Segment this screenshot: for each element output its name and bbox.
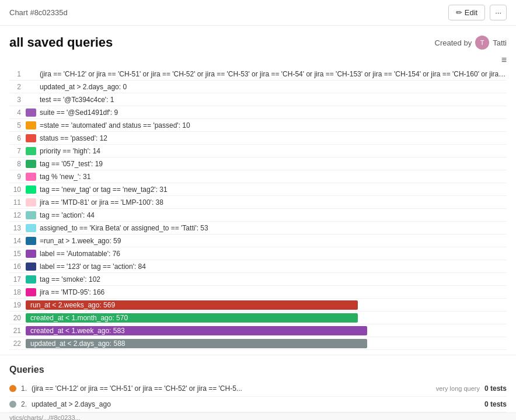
chart-row: 10tag == 'new_tag' or tag == 'new_tag2':… bbox=[9, 183, 507, 196]
row-label: tag % 'new_': 31 bbox=[40, 173, 507, 181]
query-text: (jira == 'CH-12' or jira == 'CH-51' or j… bbox=[32, 384, 431, 393]
color-swatch bbox=[26, 237, 36, 245]
color-swatch bbox=[26, 186, 36, 194]
bar-container: created_at < 1.week_ago: 583 bbox=[26, 326, 507, 335]
row-number: 7 bbox=[9, 147, 26, 155]
row-number: 22 bbox=[9, 340, 26, 348]
row-label: updated_at > 2.days_ago: 0 bbox=[40, 83, 507, 91]
color-swatch bbox=[26, 147, 36, 155]
bar: created_at < 1.month_ago: 570 bbox=[26, 313, 358, 323]
edit-button[interactable]: ✏ Edit bbox=[448, 5, 485, 20]
query-item: 2.updated_at > 2.days_ago0 tests bbox=[9, 397, 507, 412]
row-number: 15 bbox=[9, 250, 26, 258]
row-label: jira == 'MTD-81' or jira == 'LMP-100': 3… bbox=[40, 198, 507, 206]
chart-row: 11jira == 'MTD-81' or jira == 'LMP-100':… bbox=[9, 196, 507, 209]
bar-container: updated_at < 2.days_ago: 588 bbox=[26, 339, 507, 348]
breadcrumb: ytics/charts/.../#8c0233... bbox=[0, 412, 516, 420]
queries-title: Queries bbox=[9, 365, 507, 375]
row-label: jira == 'MTD-95': 166 bbox=[40, 288, 507, 296]
avatar-initials: T bbox=[480, 39, 484, 46]
page-header: all saved queries Created by T Tatti bbox=[0, 26, 516, 55]
color-swatch bbox=[26, 134, 36, 142]
row-number: 4 bbox=[9, 108, 26, 117]
row-label: test == '@Tc394c4ce': 1 bbox=[40, 96, 507, 104]
color-swatch bbox=[26, 250, 36, 258]
chart-row: 3test == '@Tc394c4ce': 1 bbox=[9, 93, 507, 106]
row-label: label == '123' or tag == 'action': 84 bbox=[40, 262, 507, 271]
queries-list: 1.(jira == 'CH-12' or jira == 'CH-51' or… bbox=[9, 381, 507, 412]
color-swatch bbox=[26, 224, 36, 232]
color-swatch bbox=[26, 275, 36, 284]
row-number: 2 bbox=[9, 83, 26, 91]
query-num: 1. bbox=[21, 384, 27, 393]
toolbar: ✏ Edit ··· bbox=[448, 5, 507, 20]
edit-label: Edit bbox=[465, 8, 477, 17]
color-swatch bbox=[26, 121, 36, 130]
row-number: 1 bbox=[9, 70, 26, 78]
menu-icon[interactable]: ≡ bbox=[501, 55, 507, 65]
chart-area: 1(jira == 'CH-12' or jira == 'CH-51' or … bbox=[0, 68, 516, 350]
author-name: Tatti bbox=[493, 38, 507, 47]
chart-row: 2updated_at > 2.days_ago: 0 bbox=[9, 80, 507, 93]
bar: created_at < 1.week_ago: 583 bbox=[26, 326, 367, 335]
color-swatch bbox=[26, 198, 36, 206]
chart-row: 6status == 'passed': 12 bbox=[9, 132, 507, 145]
more-button[interactable]: ··· bbox=[490, 5, 507, 20]
color-swatch bbox=[26, 160, 36, 168]
row-label: status == 'passed': 12 bbox=[40, 134, 507, 142]
row-number: 9 bbox=[9, 173, 26, 181]
row-number: 19 bbox=[9, 301, 26, 309]
chart-row: 15label == 'Automatable': 76 bbox=[9, 247, 507, 260]
query-dot bbox=[9, 385, 16, 392]
row-label: =run_at > 1.week_ago: 59 bbox=[40, 237, 507, 245]
top-bar: Chart #8c02335d ✏ Edit ··· bbox=[0, 0, 516, 26]
chart-row: 9tag % 'new_': 31 bbox=[9, 170, 507, 183]
color-swatch bbox=[26, 211, 36, 219]
color-swatch bbox=[26, 262, 36, 271]
chart-row: 13assigned_to == 'Kira Beta' or assigned… bbox=[9, 222, 507, 235]
color-swatch bbox=[26, 173, 36, 181]
row-number: 5 bbox=[9, 121, 26, 130]
row-number: 13 bbox=[9, 224, 26, 232]
query-text: updated_at > 2.days_ago bbox=[32, 400, 480, 408]
query-count: 0 tests bbox=[484, 384, 507, 393]
created-by: Created by T Tatti bbox=[435, 36, 507, 50]
color-swatch bbox=[26, 108, 36, 117]
chart-row: 17tag == 'smoke': 102 bbox=[9, 273, 507, 286]
row-label: =state == 'automated' and status == 'pas… bbox=[40, 121, 507, 130]
row-number: 14 bbox=[9, 237, 26, 245]
row-number: 3 bbox=[9, 96, 26, 104]
query-count: 0 tests bbox=[484, 400, 507, 408]
color-swatch bbox=[26, 288, 36, 296]
row-number: 10 bbox=[9, 186, 26, 194]
bar: updated_at < 2.days_ago: 588 bbox=[26, 339, 367, 348]
row-label: suite == '@Sed1491df': 9 bbox=[40, 108, 507, 117]
row-label: tag == 'smoke': 102 bbox=[40, 275, 507, 284]
row-label: tag == 'new_tag' or tag == 'new_tag2': 3… bbox=[40, 186, 507, 194]
row-label: assigned_to == 'Kira Beta' or assigned_t… bbox=[40, 224, 507, 232]
row-label: priority == 'high': 14 bbox=[40, 147, 507, 155]
edit-icon: ✏ bbox=[456, 8, 462, 17]
chart-id: Chart #8c02335d bbox=[9, 8, 68, 17]
avatar: T bbox=[475, 36, 489, 50]
chart-row: 16label == '123' or tag == 'action': 84 bbox=[9, 260, 507, 273]
queries-section: Queries 1.(jira == 'CH-12' or jira == 'C… bbox=[0, 355, 516, 412]
chart-row: 18jira == 'MTD-95': 166 bbox=[9, 286, 507, 299]
created-by-label: Created by bbox=[435, 38, 472, 47]
row-number: 12 bbox=[9, 211, 26, 219]
chart-row: 1(jira == 'CH-12' or jira == 'CH-51' or … bbox=[9, 68, 507, 80]
chart-row: 22updated_at < 2.days_ago: 588 bbox=[9, 337, 507, 350]
row-label: tag == '057_test': 19 bbox=[40, 160, 507, 168]
query-tag: very long query bbox=[436, 385, 480, 392]
bar-container: created_at < 1.month_ago: 570 bbox=[26, 313, 507, 323]
bar-container: run_at < 2.weeks_ago: 569 bbox=[26, 300, 507, 310]
row-number: 11 bbox=[9, 198, 26, 206]
bar: run_at < 2.weeks_ago: 569 bbox=[26, 300, 358, 310]
row-number: 17 bbox=[9, 275, 26, 284]
row-number: 8 bbox=[9, 160, 26, 168]
chart-row: 4suite == '@Sed1491df': 9 bbox=[9, 106, 507, 119]
row-number: 20 bbox=[9, 314, 26, 322]
breadcrumb-text: ytics/charts/.../#8c0233... bbox=[9, 414, 81, 420]
row-label: tag == 'action': 44 bbox=[40, 211, 507, 219]
chart-row: 14=run_at > 1.week_ago: 59 bbox=[9, 235, 507, 247]
